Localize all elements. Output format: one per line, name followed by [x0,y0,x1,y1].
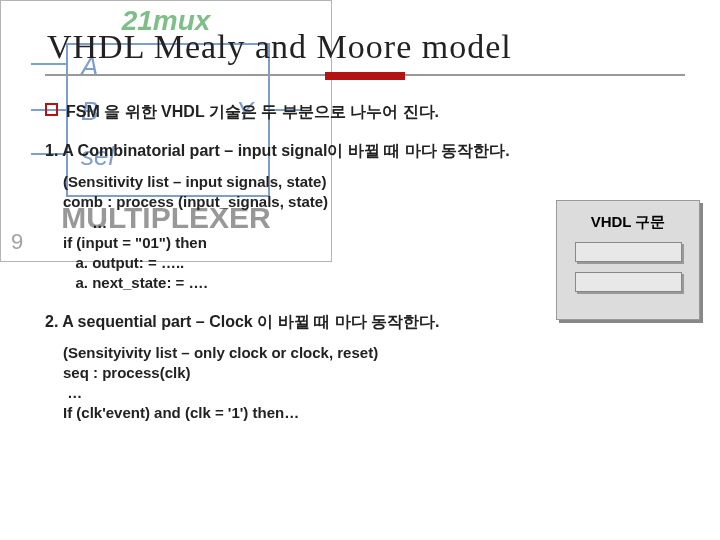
bullet-icon [45,103,58,116]
slide-title: VHDL Mealy and Moore model [47,28,685,66]
slide-number: 9 [11,229,23,255]
intro-text: FSM 을 위한 VHDL 기술은 두 부분으로 나누어 진다. [45,102,685,123]
vhdl-box-title: VHDL 구문 [563,213,693,232]
part1-heading: 1. A Combinatorial part – input signal이 … [45,141,685,162]
intro-label: FSM 을 위한 VHDL 기술은 두 부분으로 나누어 진다. [66,103,439,120]
title-underline [45,74,685,84]
vhdl-syntax-box: VHDL 구문 [556,200,700,320]
part2-code: (Sensityivity list – only clock or clock… [63,343,685,424]
vhdl-box-inner1 [575,242,682,262]
vhdl-box-inner2 [575,272,682,292]
